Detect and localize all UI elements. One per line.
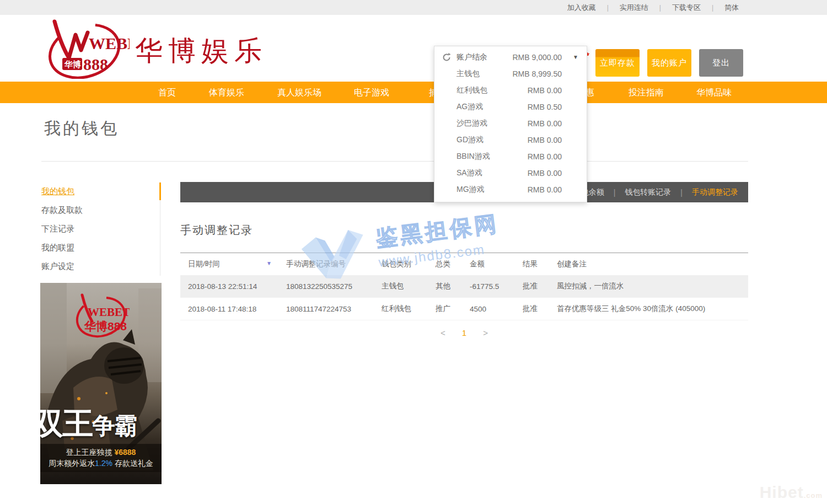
topbar-link-favorites[interactable]: 加入收藏	[567, 3, 596, 13]
wallet-row-mg: MG游戏RMB 0.00	[434, 181, 587, 198]
wallet-row-bbin: BBIN游戏RMB 0.00	[434, 148, 587, 165]
main-panel: 钱包余额 | 钱包转账记录 | 手动调整记录 手动调整记录 日期/时间 ▼ 手动…	[180, 182, 748, 337]
section-title: 手动调整记录	[180, 223, 748, 238]
sidebar-item-deposit-withdraw[interactable]: 存款及取款	[41, 201, 160, 219]
header-datetime[interactable]: 日期/时间 ▼	[180, 253, 278, 276]
balance-total-label: 账户结余	[457, 52, 487, 62]
my-account-button[interactable]: 我的账户	[647, 49, 691, 77]
page-title: 我的钱包	[44, 117, 119, 140]
banner-title: 双王争霸	[40, 403, 162, 445]
divider: |	[680, 188, 683, 197]
sort-desc-icon[interactable]: ▼	[266, 260, 272, 266]
page-number[interactable]: 1	[462, 328, 466, 337]
page-title-band: 我的钱包	[0, 103, 827, 162]
divider: |	[614, 188, 616, 197]
wallet-row-sa: SA游戏RMB 0.00	[434, 165, 587, 181]
deposit-button[interactable]: 立即存款	[595, 49, 640, 77]
divider: |	[659, 4, 661, 12]
topbar-link-simplified-chinese[interactable]: 简体	[724, 3, 739, 13]
banner-offer-text: 登上王座独揽 ¥6888 周末额外返水1.2% 存款送礼金	[40, 444, 162, 472]
sidebar-item-my-alliance[interactable]: 我的联盟	[41, 238, 160, 257]
next-page-button[interactable]: >	[483, 328, 488, 337]
header-wallet-type: 钱包类别	[374, 253, 428, 276]
header-record-id: 手动调整记录编号	[278, 253, 374, 276]
cell-result: 批准	[515, 275, 549, 298]
tab-manual-adjustment-records[interactable]: 手动调整记录	[692, 187, 738, 197]
banner-logo: WEBET 华博888	[72, 293, 130, 342]
header-amount: 金额	[462, 253, 515, 276]
topbar-link-downloads[interactable]: 下载专区	[672, 3, 701, 13]
brand-name-cn: 华博娱乐	[135, 33, 267, 69]
sidebar-item-account-settings[interactable]: 账户设定	[41, 257, 160, 276]
cell-result: 批准	[515, 298, 549, 320]
cell-remark: 風控扣減，一倍流水	[549, 275, 748, 298]
divider: |	[712, 4, 713, 12]
balance-summary-row[interactable]: 账户结余 RMB 9,000.00 ▼	[434, 49, 587, 66]
webet-emblem-icon: WEBET 华博 888	[41, 18, 130, 79]
pagination: < 1 >	[180, 328, 748, 337]
tab-wallet-transfer-records[interactable]: 钱包转账记录	[625, 187, 671, 197]
cell-amount: -61775.5	[462, 275, 515, 298]
wallet-row-main: 主钱包RMB 8,999.50	[434, 66, 587, 82]
nav-item-betting-guide[interactable]: 投注指南	[629, 87, 664, 99]
nav-item-home[interactable]: 首页	[158, 87, 176, 99]
header: WEBET 华博 888 华博娱乐 欢迎回来 ! hjx8k 立即存款 我的账户…	[0, 15, 827, 82]
wallet-row-ag: AG游戏RMB 0.50	[434, 99, 587, 115]
promo-banner[interactable]: WEBET 华博888 双王争霸 登上王座独揽 ¥6888 周末额外返水1.2%…	[40, 283, 162, 484]
records-table: 日期/时间 ▼ 手动调整记录编号 钱包类别 总类 金额 结果 创建备注 2018…	[180, 253, 748, 320]
cell-wallet-type: 红利钱包	[374, 298, 428, 320]
refresh-icon[interactable]	[442, 52, 452, 62]
table-row: 2018-08-11 17:48:18 1808111747224753 红利钱…	[180, 298, 748, 320]
cell-datetime: 2018-08-13 22:51:14	[180, 275, 278, 298]
sidebar-item-bet-records[interactable]: 下注记录	[41, 219, 160, 238]
nav-item-slots[interactable]: 电子游戏	[354, 87, 389, 99]
header-result: 结果	[515, 253, 549, 276]
sidebar-item-my-wallet[interactable]: 我的钱包	[41, 182, 160, 201]
cell-record-id: 1808111747224753	[278, 298, 374, 320]
wallet-row-bonus: 红利钱包RMB 0.00	[434, 82, 587, 99]
cell-category: 推广	[428, 298, 462, 320]
page: 加入收藏 | 实用连结 | 下载专区 | 简体 WEBET 华博 888 华博娱…	[0, 0, 827, 504]
chevron-down-icon[interactable]: ▼	[573, 54, 578, 60]
svg-text:888: 888	[83, 55, 108, 73]
nav-item-sports[interactable]: 体育娱乐	[209, 87, 244, 99]
svg-text:WEBET: WEBET	[89, 34, 130, 52]
logout-button[interactable]: 登出	[699, 49, 743, 77]
table-header-row: 日期/时间 ▼ 手动调整记录编号 钱包类别 总类 金额 结果 创建备注	[180, 253, 748, 276]
wallet-row-saba: 沙巴游戏RMB 0.00	[434, 115, 587, 132]
cell-datetime: 2018-08-11 17:48:18	[180, 298, 278, 320]
corner-watermark: Hibet.com	[760, 483, 823, 502]
cell-wallet-type: 主钱包	[374, 275, 428, 298]
header-category: 总类	[428, 253, 462, 276]
topbar-link-useful-links[interactable]: 实用连结	[620, 3, 648, 13]
table-row: 2018-08-13 22:51:14 1808132250535275 主钱包…	[180, 275, 748, 298]
cell-record-id: 1808132250535275	[278, 275, 374, 298]
cell-amount: 4500	[462, 298, 515, 320]
sidebar: 我的钱包 存款及取款 下注记录 我的联盟 账户设定	[41, 182, 160, 276]
svg-text:WEBET: WEBET	[88, 305, 130, 319]
divider: |	[607, 4, 609, 12]
nav-item-webet-taste[interactable]: 华博品味	[696, 87, 732, 99]
main-nav: 首页 体育娱乐 真人娱乐场 电子游戏 捕鱼游戏 优惠 投注指南 华博品味	[0, 82, 827, 103]
wallet-row-gd: GD游戏RMB 0.00	[434, 132, 587, 148]
top-utility-bar: 加入收藏 | 实用连结 | 下载专区 | 简体	[0, 0, 827, 15]
site-logo[interactable]: WEBET 华博 888 华博娱乐	[41, 18, 267, 79]
header-remark: 创建备注	[549, 253, 748, 276]
balance-total-value: RMB 9,000.00	[513, 53, 562, 62]
nav-item-live-casino[interactable]: 真人娱乐场	[277, 87, 321, 99]
cell-category: 其他	[428, 275, 462, 298]
webet-emblem-icon: WEBET 华博888	[72, 293, 130, 340]
svg-text:华博: 华博	[64, 60, 81, 69]
svg-text:华博888: 华博888	[84, 320, 127, 333]
prev-page-button[interactable]: <	[441, 328, 445, 337]
balance-dropdown: 账户结余 RMB 9,000.00 ▼ 主钱包RMB 8,999.50 红利钱包…	[434, 46, 587, 202]
content: 我的钱包 存款及取款 下注记录 我的联盟 账户设定	[0, 162, 827, 504]
cell-remark: 首存优惠等级三 礼金50% 30倍流水 (405000)	[549, 298, 748, 320]
